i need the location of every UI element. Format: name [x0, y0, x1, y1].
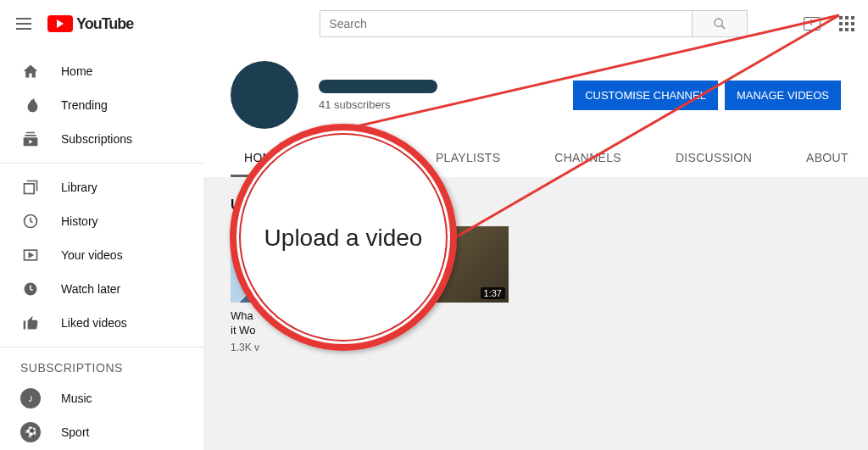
- sidebar-item-history[interactable]: History: [0, 204, 203, 238]
- sport-icon: ⚽: [20, 422, 41, 442]
- sidebar-item-label: Your videos: [61, 248, 123, 262]
- channel-name-redacted: [319, 80, 437, 93]
- channel-info-row: 41 subscribers CUSTOMISE CHANNEL MANAGE …: [231, 61, 841, 129]
- subscriber-count: 41 subscribers: [319, 98, 437, 111]
- divider: [0, 163, 203, 164]
- library-icon: [20, 177, 41, 197]
- sidebar-item-music[interactable]: ♪ Music: [0, 381, 203, 415]
- sidebar-item-label: Music: [61, 392, 92, 405]
- tab-discussion[interactable]: DISCUSSION: [662, 141, 765, 177]
- channel-content: Uploads Whait Wo 1.3K v 1:37: [203, 177, 868, 374]
- header: YouTube: [0, 0, 868, 47]
- your-videos-icon: [20, 245, 41, 265]
- sidebar-item-label: Sport: [61, 425, 89, 439]
- apps-icon[interactable]: [839, 16, 854, 31]
- video-meta: 1.3K v: [231, 342, 366, 353]
- svg-line-1: [721, 25, 725, 29]
- video-title: Whait Wo: [231, 309, 366, 338]
- music-icon: ♪: [20, 388, 41, 408]
- tab-channels[interactable]: CHANNELS: [541, 141, 635, 177]
- sidebar-item-label: Library: [61, 181, 97, 194]
- channel-meta: 41 subscribers: [319, 80, 437, 111]
- liked-icon: [20, 313, 41, 333]
- video-thumbnail: 1:37: [373, 226, 509, 303]
- channel-tabs: HOME VIDEOS PLAYLISTS CHANNELS DISCUSSIO…: [231, 141, 841, 177]
- home-icon: [20, 61, 41, 81]
- create-video-icon[interactable]: [802, 17, 822, 31]
- sidebar-item-label: Trending: [61, 98, 108, 112]
- sidebar-item-trending[interactable]: Trending: [0, 88, 203, 122]
- sidebar-item-label: History: [61, 214, 98, 228]
- sidebar-item-label: Home: [61, 64, 92, 78]
- video-card[interactable]: Whait Wo 1.3K v: [231, 226, 366, 353]
- search-icon: [713, 17, 726, 31]
- sidebar-item-sport[interactable]: ⚽ Sport: [0, 415, 203, 449]
- search-input[interactable]: [320, 10, 693, 37]
- trending-icon: [20, 95, 41, 115]
- video-thumbnail: [231, 226, 366, 303]
- uploads-row: Whait Wo 1.3K v 1:37: [231, 226, 841, 353]
- tab-videos[interactable]: VIDEOS: [321, 141, 395, 177]
- tab-home[interactable]: HOME: [231, 141, 294, 177]
- channel-avatar[interactable]: [231, 61, 298, 129]
- sidebar-item-liked[interactable]: Liked videos: [0, 306, 203, 340]
- subscriptions-heading: SUBSCRIPTIONS: [0, 354, 203, 381]
- youtube-logo[interactable]: YouTube: [47, 15, 133, 33]
- search-form: [320, 10, 748, 37]
- sidebar-item-watch-later[interactable]: Watch later: [0, 272, 203, 306]
- video-duration: 1:37: [481, 287, 505, 299]
- sidebar-item-home[interactable]: Home: [0, 54, 203, 88]
- tab-about[interactable]: ABOUT: [793, 141, 862, 177]
- customise-channel-button[interactable]: CUSTOMISE CHANNEL: [573, 81, 718, 110]
- divider: [0, 347, 203, 347]
- manage-videos-button[interactable]: MANAGE VIDEOS: [725, 81, 841, 110]
- channel-header: 41 subscribers CUSTOMISE CHANNEL MANAGE …: [203, 47, 868, 177]
- play-icon: [47, 15, 73, 32]
- svg-point-0: [715, 19, 722, 26]
- sidebar-item-label: Liked videos: [61, 316, 127, 330]
- sidebar-item-label: Watch later: [61, 282, 120, 296]
- svg-rect-2: [25, 184, 35, 194]
- channel-actions: CUSTOMISE CHANNEL MANAGE VIDEOS: [573, 81, 841, 110]
- sidebar-item-label: Subscriptions: [61, 132, 132, 146]
- tab-playlists[interactable]: PLAYLISTS: [422, 141, 514, 177]
- uploads-heading: Uploads: [231, 197, 841, 213]
- subscriptions-icon: [20, 129, 41, 149]
- logo-text: YouTube: [76, 15, 133, 33]
- history-icon: [20, 211, 41, 231]
- sidebar: Home Trending Subscriptions Library Hist…: [0, 47, 203, 450]
- sidebar-item-your-videos[interactable]: Your videos: [0, 238, 203, 272]
- sidebar-item-library[interactable]: Library: [0, 170, 203, 204]
- video-card[interactable]: 1:37: [373, 226, 509, 353]
- search-button[interactable]: [693, 10, 748, 37]
- sidebar-item-subscriptions[interactable]: Subscriptions: [0, 122, 203, 156]
- main-content: 41 subscribers CUSTOMISE CHANNEL MANAGE …: [203, 47, 868, 450]
- watch-later-icon: [20, 279, 41, 299]
- menu-button[interactable]: [14, 14, 34, 34]
- header-actions: [802, 16, 854, 31]
